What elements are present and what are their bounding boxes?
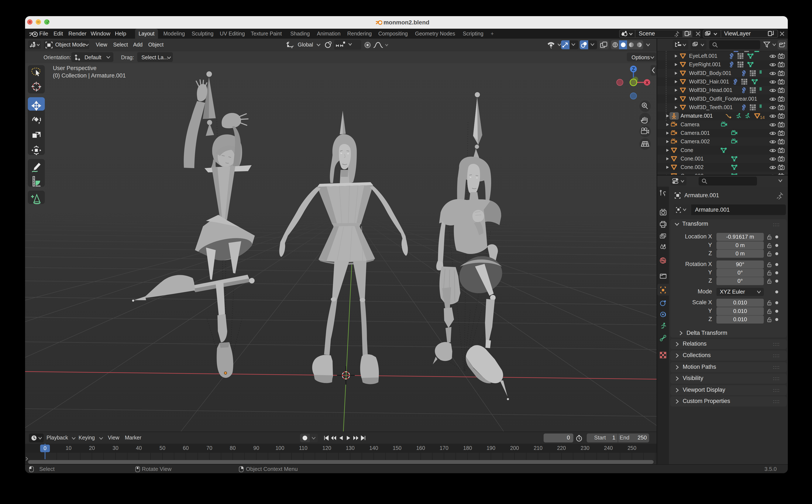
svg-text:X: X bbox=[646, 80, 649, 85]
svg-text:Z: Z bbox=[632, 66, 635, 72]
